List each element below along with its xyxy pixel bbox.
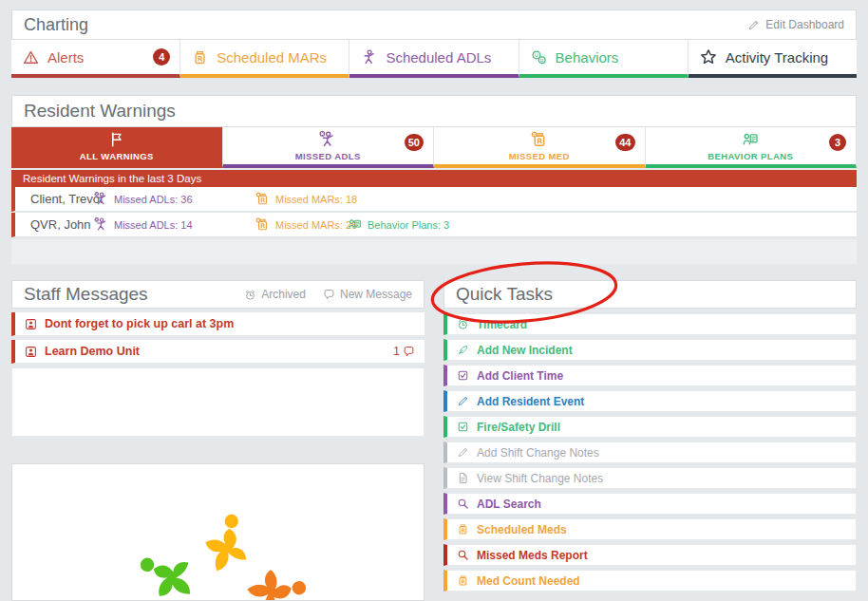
quick-task-adl-search[interactable]: ADL Search xyxy=(443,493,857,515)
person-active-icon xyxy=(361,49,377,66)
missed-adls-count-badge: 50 xyxy=(405,134,424,151)
missed-adls-stat: Missed ADLs: 14 xyxy=(94,217,193,232)
section-title: Resident Warnings xyxy=(24,101,176,122)
clock-icon xyxy=(457,318,469,330)
people-star-logo xyxy=(86,472,352,601)
tab-behavior-plans[interactable]: BEHAVIOR PLANS 3 xyxy=(646,127,858,168)
search-icon xyxy=(457,549,469,561)
quick-task-add-resident-event[interactable]: Add Resident Event xyxy=(443,390,857,412)
rx-bottle-icon xyxy=(192,49,208,66)
quick-task-scheduled-meds[interactable]: Scheduled Meds xyxy=(443,518,857,540)
person-square-icon xyxy=(25,318,37,330)
message-text: Learn Demo Unit xyxy=(45,345,140,358)
resident-name: QVR, John xyxy=(15,217,91,232)
search-icon xyxy=(457,498,469,510)
quick-task-add-client-time[interactable]: Add Client Time xyxy=(443,365,857,386)
charting-header: Charting Edit Dashboard xyxy=(11,9,857,40)
staff-messages-header: Staff Messages Archived New Message xyxy=(11,280,425,309)
tab-scheduled-mars[interactable]: Scheduled MARs xyxy=(180,40,349,78)
tab-label: Activity Tracking xyxy=(726,49,828,66)
tab-scheduled-adls[interactable]: Scheduled ADLs xyxy=(349,40,519,78)
edit-dashboard-label: Edit Dashboard xyxy=(765,18,844,31)
tab-alerts[interactable]: Alerts 4 xyxy=(11,40,180,78)
rx-missed-icon xyxy=(531,131,548,148)
bubble-icon xyxy=(323,289,335,301)
tab-all-warnings[interactable]: ALL WARNINGS xyxy=(11,127,223,168)
tab-activity-tracking[interactable]: Activity Tracking xyxy=(689,40,857,78)
star-icon xyxy=(700,48,717,66)
quick-task-add-new-incident[interactable]: Add New Incident xyxy=(443,339,857,361)
messages-empty-area xyxy=(11,367,425,437)
tab-label: MISSED MED xyxy=(509,151,570,161)
person-missed-icon xyxy=(94,192,108,206)
person-missed-icon xyxy=(319,131,336,148)
missed-mars-stat: Missed MARs: 26 xyxy=(255,217,357,232)
check-square-icon xyxy=(457,369,469,382)
resident-name: Client, Trevor xyxy=(15,192,104,206)
tab-label: Scheduled MARs xyxy=(217,49,327,66)
bubble-icon xyxy=(403,346,415,358)
tab-missed-adls[interactable]: MISSED ADLS 50 xyxy=(223,127,435,168)
warning-icon xyxy=(23,49,39,66)
new-message-button[interactable]: New Message xyxy=(323,288,412,301)
resident-warnings-header: Resident Warnings xyxy=(11,95,857,127)
document-icon xyxy=(457,472,469,484)
quick-task-fire-safety-drill[interactable]: Fire/Safety Drill xyxy=(443,416,857,438)
warnings-banner: Resident Warnings in the last 3 Days xyxy=(11,170,857,187)
rx-bottle-icon xyxy=(457,523,469,535)
flag-icon xyxy=(108,131,125,148)
tab-missed-med[interactable]: MISSED MED 44 xyxy=(434,127,646,168)
quick-task-view-shift-change-notes[interactable]: View Shift Change Notes xyxy=(443,467,857,489)
message-row[interactable]: Learn Demo Unit 1 xyxy=(11,340,425,364)
check-square-icon xyxy=(457,421,469,433)
charting-dashboard: Charting Edit Dashboard Alerts 4 Schedul… xyxy=(0,0,868,601)
pencil-icon xyxy=(457,446,469,459)
person-square-icon xyxy=(25,346,37,358)
alerts-count-badge: 4 xyxy=(153,48,170,66)
tab-label: Alerts xyxy=(47,49,84,66)
archived-button[interactable]: Archived xyxy=(244,288,306,301)
page-title: Charting xyxy=(24,15,88,35)
logo-panel xyxy=(11,463,425,601)
quick-tasks-header: Quick Tasks xyxy=(443,280,857,309)
section-title: Quick Tasks xyxy=(456,284,553,305)
feather-icon xyxy=(457,344,469,356)
person-doc-icon xyxy=(348,217,362,232)
rx-missed-icon xyxy=(255,192,270,206)
missed-adls-stat: Missed ADLs: 36 xyxy=(94,192,193,206)
missed-med-count-badge: 44 xyxy=(615,134,634,151)
tab-behaviors[interactable]: Behaviors xyxy=(519,40,689,78)
pencil-icon xyxy=(747,19,760,31)
behavior-plans-stat: Behavior Plans: 3 xyxy=(348,217,449,232)
reply-count: 1 xyxy=(393,345,415,358)
smileys-icon xyxy=(531,49,547,66)
tab-label: BEHAVIOR PLANS xyxy=(708,151,793,161)
tab-label: Scheduled ADLs xyxy=(386,49,491,66)
person-missed-icon xyxy=(94,217,108,232)
warnings-empty-area xyxy=(11,239,857,264)
tab-label: Behaviors xyxy=(556,49,619,66)
clock-icon xyxy=(244,289,256,301)
tab-label: ALL WARNINGS xyxy=(80,151,154,161)
message-row[interactable]: Dont forget to pick up carl at 3pm xyxy=(11,312,425,336)
quick-task-med-count-needed[interactable]: Med Count Needed xyxy=(443,570,857,592)
missed-mars-stat: Missed MARs: 18 xyxy=(255,192,357,206)
quick-task-timecard[interactable]: Timecard xyxy=(443,313,857,335)
rx-missed-icon xyxy=(255,217,270,232)
quick-task-add-shift-change-notes[interactable]: Add Shift Change Notes xyxy=(443,441,857,463)
pencil-icon xyxy=(457,395,469,407)
resident-row[interactable]: Client, Trevor Missed ADLs: 36 Missed MA… xyxy=(11,187,857,212)
edit-dashboard-button[interactable]: Edit Dashboard xyxy=(747,18,844,31)
main-tab-bar: Alerts 4 Scheduled MARs Scheduled ADLs B… xyxy=(11,40,857,78)
section-title: Staff Messages xyxy=(24,284,148,305)
quick-task-missed-meds-report[interactable]: Missed Meds Report xyxy=(443,544,857,566)
warnings-tab-bar: ALL WARNINGS MISSED ADLS 50 MISSED MED 4… xyxy=(11,127,857,168)
resident-row[interactable]: QVR, John Missed ADLs: 14 Missed MARs: 2… xyxy=(11,213,857,237)
behavior-plans-count-badge: 3 xyxy=(829,134,846,151)
person-doc-icon xyxy=(742,131,759,148)
rx-bottle-icon xyxy=(457,574,469,587)
message-text: Dont forget to pick up carl at 3pm xyxy=(45,317,234,330)
tab-label: MISSED ADLS xyxy=(295,151,361,161)
